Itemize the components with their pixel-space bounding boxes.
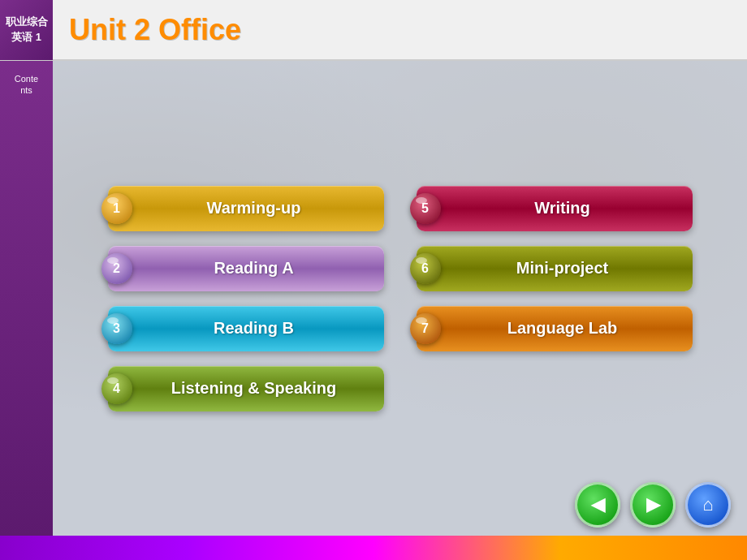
menu-btn-writing[interactable]: 5 Writing xyxy=(417,186,693,231)
nav-buttons: ◀ ▶ ⌂ xyxy=(575,482,731,528)
menu-btn-reading-b[interactable]: 3 Reading B xyxy=(108,306,384,351)
btn-label-warming-up: Warming-up xyxy=(108,199,384,218)
prev-icon: ◀ xyxy=(591,494,605,515)
next-button[interactable]: ▶ xyxy=(630,482,676,528)
btn-number-2: 2 xyxy=(101,253,132,284)
menu-left: 1 Warming-up 2 Reading A 3 Reading B 4 L… xyxy=(108,186,400,411)
menu-btn-mini-project[interactable]: 6 Mini-project xyxy=(417,246,693,291)
prev-button[interactable]: ◀ xyxy=(575,482,620,528)
menu-btn-warming-up[interactable]: 1 Warming-up xyxy=(108,186,384,231)
left-nav: Contents xyxy=(0,61,53,536)
menu-right: 5 Writing 6 Mini-project 7 Language Lab xyxy=(400,186,693,411)
home-icon: ⌂ xyxy=(702,494,713,515)
btn-number-4: 4 xyxy=(101,373,132,404)
btn-label-language-lab: Language Lab xyxy=(417,319,693,338)
logo: 职业综合 英语 1 xyxy=(0,0,53,60)
btn-number-6: 6 xyxy=(410,253,441,284)
btn-number-5: 5 xyxy=(410,193,441,224)
btn-label-mini-project: Mini-project xyxy=(417,259,693,278)
btn-number-1: 1 xyxy=(101,193,132,224)
logo-line2: 英语 1 xyxy=(11,30,41,45)
unit-title: Unit 2 Office xyxy=(69,13,241,47)
btn-label-reading-a: Reading A xyxy=(108,259,384,278)
menu-btn-listening-speaking[interactable]: 4 Listening & Speaking xyxy=(108,366,384,411)
top-bar: 职业综合 英语 1 Unit 2 Office xyxy=(0,0,747,61)
nav-contents-label[interactable]: Contents xyxy=(15,73,38,97)
menu-btn-reading-a[interactable]: 2 Reading A xyxy=(108,246,384,291)
btn-label-reading-b: Reading B xyxy=(108,319,384,338)
menu-btn-language-lab[interactable]: 7 Language Lab xyxy=(417,306,693,351)
next-icon: ▶ xyxy=(646,494,660,515)
main-content: 1 Warming-up 2 Reading A 3 Reading B 4 L… xyxy=(53,61,747,536)
btn-label-writing: Writing xyxy=(417,199,693,218)
bottom-bar xyxy=(0,536,747,560)
logo-line1: 职业综合 xyxy=(6,15,48,29)
btn-number-7: 7 xyxy=(410,313,441,344)
btn-number-3: 3 xyxy=(101,313,132,344)
home-button[interactable]: ⌂ xyxy=(685,482,731,528)
menu-grid: 1 Warming-up 2 Reading A 3 Reading B 4 L… xyxy=(84,170,717,428)
btn-label-listening-speaking: Listening & Speaking xyxy=(108,379,384,398)
